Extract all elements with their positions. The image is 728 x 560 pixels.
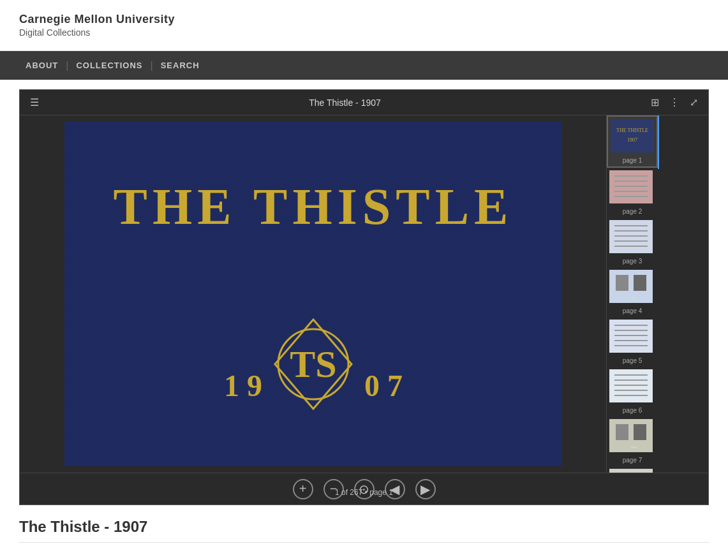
nav-about[interactable]: ABOUT	[19, 51, 64, 80]
site-header: Carnegie Mellon University Digital Colle…	[0, 0, 728, 51]
thumbnail-item[interactable]: page 2	[607, 168, 658, 217]
thumbnail-image	[609, 320, 653, 353]
thumbnail-image	[609, 170, 653, 203]
thumbnail-image	[609, 419, 653, 452]
thumbnail-label: page 1	[611, 157, 654, 164]
nav-collections[interactable]: COLLECTIONS	[70, 51, 149, 80]
svg-text:THE THISTLE: THE THISTLE	[113, 179, 513, 235]
thumbnail-panel[interactable]: page 1page 2page 3page 4page 5page 6page…	[606, 115, 708, 473]
svg-text:TS: TS	[290, 343, 336, 385]
main-nav: ABOUT | COLLECTIONS | SEARCH	[0, 51, 728, 80]
thumbnail-label: page 6	[609, 407, 655, 414]
thumbnail-image	[609, 220, 653, 253]
next-button[interactable]: ▶	[415, 479, 436, 499]
thumbnail-image	[611, 119, 654, 152]
viewer-toolbar: ☰ The Thistle - 1907 ⊞ ⋮ ⤢	[20, 90, 708, 115]
nav-sep-1: |	[66, 60, 68, 71]
site-subtitle: Digital Collections	[19, 27, 709, 38]
thumbnail-label: page 5	[609, 357, 655, 364]
document-viewer: ☰ The Thistle - 1907 ⊞ ⋮ ⤢	[19, 89, 709, 505]
viewer-title: The Thistle - 1907	[41, 98, 648, 108]
thumbnail-label: page 7	[609, 457, 655, 464]
thumbnail-image	[609, 270, 653, 303]
thumbnail-item[interactable]: page 7	[607, 416, 658, 466]
viewer-controls: + − ⊙ ◀ ▶ 1 of 267 • page 1	[20, 473, 708, 505]
svg-text:0 7: 0 7	[364, 369, 403, 402]
twopage-icon[interactable]: ⊞	[648, 94, 662, 111]
thumbnail-item[interactable]: page 3	[607, 217, 658, 267]
svg-rect-1	[64, 122, 562, 466]
thumbnail-image	[609, 369, 653, 402]
fullscreen-icon[interactable]: ⤢	[687, 94, 701, 111]
toolbar-left: ☰	[27, 94, 41, 111]
menu-icon[interactable]: ☰	[27, 94, 41, 111]
thumbnail-item[interactable]: page 5	[607, 317, 658, 367]
thumbnail-label: page 4	[609, 307, 655, 314]
nav-search[interactable]: SEARCH	[154, 51, 206, 80]
svg-text:1 9: 1 9	[224, 369, 262, 402]
page-indicator: 1 of 267 • page 1	[335, 488, 393, 497]
document-title: The Thistle - 1907	[19, 518, 709, 536]
thumbnail-item[interactable]: page 8	[607, 466, 658, 473]
thumbnail-item[interactable]: page 6	[607, 367, 658, 416]
viewer-main: THE THISTLE TS 1 9 0 7 pag	[20, 115, 708, 473]
thumbnail-label: page 3	[609, 258, 655, 265]
toolbar-right: ⊞ ⋮ ⤢	[648, 94, 701, 111]
book-display: THE THISTLE TS 1 9 0 7	[20, 115, 606, 473]
university-name: Carnegie Mellon University	[19, 13, 709, 26]
content-divider	[19, 542, 709, 543]
zoom-in-button[interactable]: +	[293, 479, 313, 499]
thumbnail-item[interactable]: page 4	[607, 267, 658, 317]
thumbnail-item[interactable]: page 1	[607, 115, 658, 168]
book-cover-image: THE THISTLE TS 1 9 0 7	[64, 122, 562, 466]
nav-sep-2: |	[151, 60, 153, 71]
thumbnail-label: page 2	[609, 208, 655, 215]
more-icon[interactable]: ⋮	[667, 94, 682, 111]
thumbnail-list: page 1page 2page 3page 4page 5page 6page…	[607, 115, 708, 473]
